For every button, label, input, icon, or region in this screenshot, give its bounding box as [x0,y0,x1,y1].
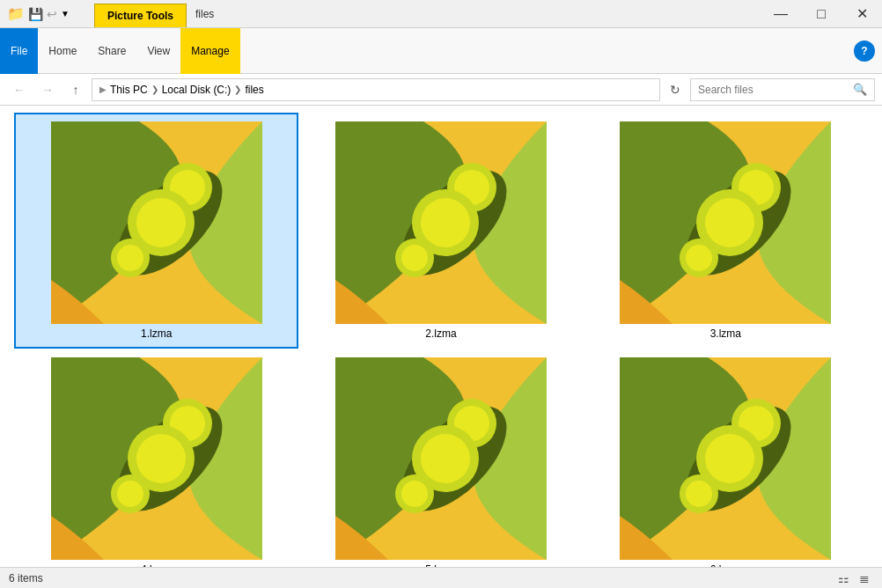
main-content: 1.lzma 2.lzma [0,106,882,567]
svg-point-45 [705,434,754,483]
search-box[interactable]: 🔍 [690,78,875,101]
view-controls: ⚏ ≣ [834,570,873,587]
path-local-disk: Local Disk (C:) [162,84,232,96]
undo-icon[interactable]: ↩ [47,7,57,21]
thumbnail-1 [51,121,262,324]
svg-point-23 [686,245,712,271]
up-button[interactable]: ↑ [63,77,88,102]
svg-point-39 [401,481,428,507]
thumbnail-6 [620,357,831,560]
address-path[interactable]: ▶ This PC ❯ Local Disk (C:) ❯ files [92,78,660,101]
tab-file[interactable]: File [0,28,38,74]
ribbon: File Home Share View Manage ? [0,28,882,74]
svg-point-29 [136,434,186,483]
thumbnails-grid: 1.lzma 2.lzma [14,113,868,567]
path-this-pc: This PC [110,84,148,96]
minimize-button[interactable]: — [761,0,801,28]
tab-manage[interactable]: Manage [180,28,239,74]
thumbnail-3 [620,121,831,324]
file-item-1[interactable]: 1.lzma [14,113,298,349]
search-icon: 🔍 [853,83,867,96]
file-item-2[interactable]: 2.lzma [298,113,583,349]
details-view-button[interactable]: ⚏ [834,570,852,587]
file-label-1: 1.lzma [141,327,172,340]
svg-point-21 [705,198,754,247]
title-bar: 📁 💾 ↩ ▼ Picture Tools files — □ ✕ [0,0,882,28]
file-item-6[interactable]: 6.lzma [584,349,868,567]
refresh-button[interactable]: ↻ [664,78,687,101]
maximize-button[interactable]: □ [801,0,842,28]
thumbnail-2 [335,121,547,324]
back-button[interactable]: ← [7,77,32,102]
svg-point-31 [117,481,143,507]
file-item-4[interactable]: 4.lzma [14,349,298,567]
status-bar: 6 items ⚏ ≣ [0,567,882,588]
svg-point-5 [136,198,186,247]
forward-button[interactable]: → [35,77,60,102]
folder-icon: 📁 [7,5,25,22]
item-count: 6 items [9,572,43,584]
svg-point-7 [117,245,143,271]
save-icon[interactable]: 💾 [28,7,43,21]
close-button[interactable]: ✕ [842,0,882,28]
tab-share[interactable]: Share [87,28,136,74]
tab-view[interactable]: View [136,28,180,74]
tab-home[interactable]: Home [38,28,87,74]
path-arrow: ▶ [99,85,107,94]
file-item-3[interactable]: 3.lzma [584,113,868,349]
search-input[interactable] [698,84,853,96]
window-title-label: files [187,3,223,26]
help-button[interactable]: ? [854,40,875,62]
title-bar-center: Picture Tools files [77,0,761,27]
svg-point-47 [686,481,712,507]
address-bar: ← → ↑ ▶ This PC ❯ Local Disk (C:) ❯ file… [0,74,882,106]
thumbnail-5 [335,357,547,560]
file-label-3: 3.lzma [710,327,741,340]
file-label-2: 2.lzma [425,327,456,340]
large-icons-view-button[interactable]: ≣ [856,570,873,587]
path-sep-1: ❯ [151,85,158,94]
svg-point-13 [421,198,470,247]
svg-point-37 [421,434,470,483]
window-controls: — □ ✕ [761,0,882,27]
path-files: files [245,84,263,96]
title-bar-left: 📁 💾 ↩ ▼ [0,0,77,27]
file-item-5[interactable]: 5.lzma [298,349,583,567]
thumbnail-4 [51,357,262,560]
picture-tools-tab[interactable]: Picture Tools [94,4,187,27]
quick-access-dropdown[interactable]: ▼ [61,9,70,18]
svg-point-15 [401,245,428,271]
path-sep-2: ❯ [234,85,241,94]
